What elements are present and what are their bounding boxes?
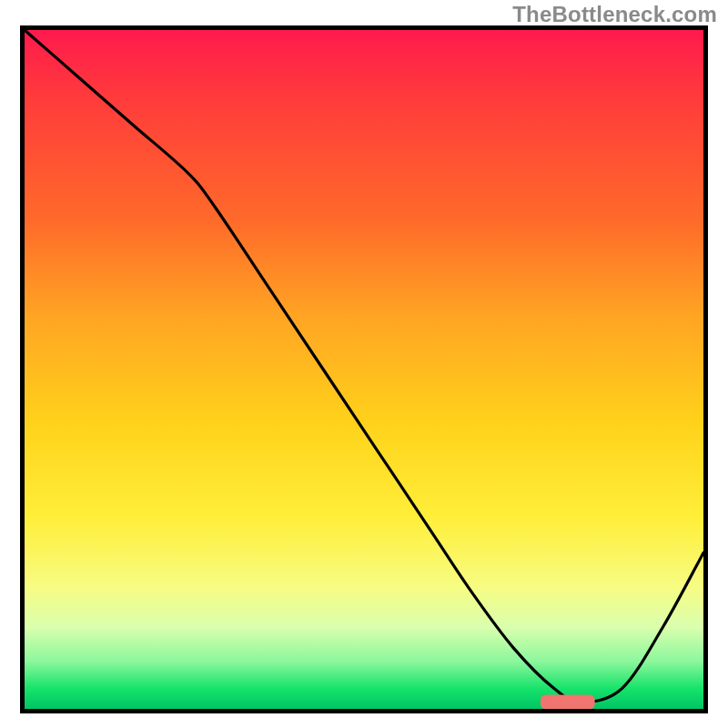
watermark-text: TheBottleneck.com	[512, 2, 717, 27]
plot-area	[20, 25, 708, 713]
curve-layer	[25, 30, 703, 709]
optimum-marker	[541, 695, 595, 709]
bottleneck-curve-path	[25, 30, 703, 703]
chart-frame: TheBottleneck.com	[0, 0, 728, 728]
